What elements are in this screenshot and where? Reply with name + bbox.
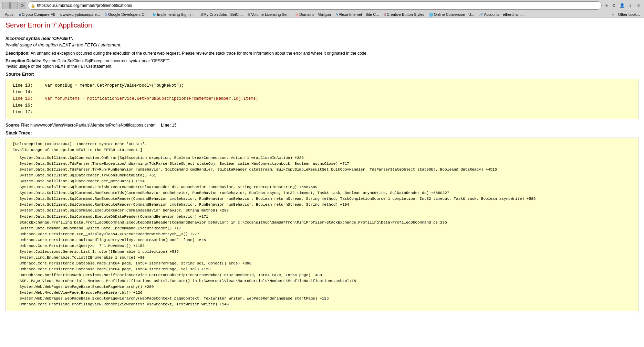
bookmark-cryptocompare[interactable]: c www.cryptocompare... [58, 12, 102, 17]
code-line-17: Line 17: [13, 109, 631, 116]
code-line-number: Line 14: [13, 90, 33, 95]
url-text: https://our.umbraco.org/member/profile/n… [37, 3, 132, 8]
bookmark-accounts-etherchain[interactable]: 🔗 Accounts - etherchain... [477, 12, 526, 17]
bookmark-icon-ether: 🔗 [479, 13, 483, 17]
stack-line: [SqlException (0x80131904): Incorrect sy… [13, 141, 631, 147]
nav-buttons: ← → ⟳ [2, 2, 26, 9]
stack-line: System.Data.SqlClient.SqlDataReader.get_… [13, 178, 631, 184]
stack-line: System.Linq.Enumerable.ToList(IEnumerabl… [13, 255, 631, 261]
bookmark-icon-cc: c [60, 13, 62, 17]
page-error-title: Server Error in '/' Application. [6, 21, 638, 29]
stack-line: Umbraco.Core.Profiling.ProfilingView.Ren… [13, 302, 631, 307]
stack-line: System.Data.SqlClient.SqlCommand.RunExec… [13, 190, 631, 196]
extensions-button[interactable]: ⚙ [610, 2, 617, 9]
stack-line: System.Data.SqlClient.SqlCommand.RunExec… [13, 202, 631, 208]
bookmark-apps[interactable]: Apps [2, 12, 16, 17]
bookmark-label: Volume Licensing Ser... [251, 12, 291, 17]
bookmark-creative-button[interactable]: S Creative Button Styles [382, 12, 426, 17]
source-file-label: Source File: [6, 123, 29, 128]
bookmark-icon-ms: ⊞ [248, 13, 250, 17]
code-line-number: Line 16: [13, 103, 33, 108]
bookmark-icon-creative: S [384, 13, 386, 17]
code-line-number: Line 15: [13, 96, 33, 101]
description-line: Description: An unhandled exception occu… [6, 51, 638, 56]
bookmarks-overflow-button[interactable]: » [612, 13, 614, 17]
source-file-path: h:\wwwroot\Views\MacroPartials\Members\P… [30, 123, 156, 128]
code-line-13: Line 13: var dontBug = member.GetPropert… [13, 83, 631, 89]
source-error-header: Source Error: [6, 72, 638, 77]
stack-line: System.Data.Common.DbCommand.System.Data… [13, 226, 631, 231]
bookmark-label: Google Developers C... [108, 12, 147, 17]
nav-bar: ← → ⟳ 🔒 https://our.umbraco.org/member/p… [0, 0, 644, 11]
stack-line: System.Web.WebPages.WebPageBase.ExecuteP… [13, 296, 631, 302]
description-text: An unhandled exception occurred during t… [31, 51, 368, 56]
stack-line: System.Data.SqlClient.SqlCommand.RunExec… [13, 196, 631, 202]
bookmark-other[interactable]: Other book... [616, 12, 642, 17]
bookmark-crypto-compare-fb[interactable]: ■ Crypto Compare FB [17, 12, 58, 17]
bookmark-icon-alexa: A [336, 13, 338, 17]
exception-details-label: Exception Details: [6, 58, 41, 63]
download-button[interactable]: ↧ [627, 2, 634, 9]
exception-details-text: System.Data.SqlClient.SqlException: Inco… [42, 58, 170, 63]
source-line-label: Line: [161, 123, 171, 128]
bookmarks-bar: Apps ■ Crypto Compare FB c www.cryptocom… [0, 11, 644, 18]
bookmark-label: Accounts - etherchain... [484, 12, 524, 17]
bookmark-online-conversion[interactable]: 🌐 Online Conversion - U... [427, 12, 476, 17]
code-line-number: Line 13: [13, 83, 33, 88]
stack-trace-box: [SqlException (0x80131904): Incorrect sy… [6, 138, 638, 311]
bookmark-icon-conversion: 🌐 [429, 13, 433, 17]
bookmark-label: Domains - Mailgun [299, 12, 331, 17]
stack-line: System.Web.WebPages.WebPageBase.ExecuteP… [13, 284, 631, 290]
lock-icon: 🔒 [31, 3, 35, 8]
bookmark-domains-mailgun[interactable]: ◎ Domains - Mailgun [293, 12, 333, 17]
bookmark-icon-twitter: 🐦 [152, 13, 156, 17]
stack-line: System.Data.SqlClient.SqlDataReader.TryC… [13, 173, 631, 178]
stack-line: Umbraco.Core.Persistence.Database.Page(I… [13, 267, 631, 272]
nav-right-icons: ⚙ 👤 ↧ ≡ [610, 2, 642, 9]
divider [6, 33, 638, 33]
description-label: Description: [6, 51, 30, 56]
code-line-16: Line 16: [13, 102, 631, 109]
code-line-content: var forumItems = notificationService.Get… [35, 96, 258, 101]
code-line-14: Line 14: [13, 89, 631, 96]
code-line-15: Line 15: var forumItems = notificationSe… [13, 96, 631, 102]
bookmark-implementing-sign[interactable]: 🐦 Implementing Sign in... [150, 12, 198, 17]
stack-line: System.Data.SqlClient.TdsParser.TryRun(R… [13, 167, 631, 173]
bookmark-label: Implementing Sign in... [157, 12, 196, 17]
bookmark-label: Online Conversion - U... [434, 12, 474, 17]
user-button[interactable]: 👤 [619, 2, 625, 9]
stack-line: System.Data.SqlClient.SqlCommand.Execute… [13, 208, 631, 214]
stack-line: OurUmbraco.NotificationsWeb.Services.Not… [13, 272, 631, 278]
bookmark-label: Alexa Internet - Site C... [339, 12, 379, 17]
exception-text-2: Invalid usage of the option NEXT in the … [6, 64, 638, 69]
bookmark-cron-jobs[interactable]: S My Cron Jobs - SetCr... [198, 12, 245, 17]
stack-line: System.Data.SqlClient.SqlCommand.Execute… [13, 214, 631, 220]
bookmark-volume-licensing[interactable]: ⊞ Volume Licensing Ser... [246, 12, 293, 17]
forward-button[interactable]: → [10, 2, 18, 9]
code-line-content: var dontBug = member.GetPropertyValue<bo… [35, 83, 184, 88]
stack-line: System.Web.Mvc.WebViewPage.ExecutePageHi… [13, 290, 631, 296]
bookmark-google-dev[interactable]: G Google Developers C... [103, 12, 149, 17]
stack-line: Umbraco.Core.Persistence.FaultHandling.R… [13, 237, 631, 243]
code-line-number: Line 17: [13, 110, 33, 115]
back-button[interactable]: ← [2, 2, 10, 9]
source-file-line: Source File: h:\wwwroot\Views\MacroParti… [6, 123, 638, 128]
menu-button[interactable]: ≡ [635, 2, 642, 9]
stack-line: ASP._Page_Views_MacroPartials_Members_Pr… [13, 278, 631, 284]
bookmark-label: Creative Button Styles [387, 12, 424, 17]
stack-line: Invalid usage of the option NEXT in the … [13, 147, 631, 153]
apps-label: Apps [5, 12, 13, 17]
bookmark-icon-google: G [105, 13, 107, 17]
bookmark-icon-fb: ■ [19, 13, 21, 17]
bookmark-alexa[interactable]: A Alexa Internet - Site C... [334, 12, 381, 17]
stack-line: Umbraco.Core.Persistence.<Query>d__7`1.M… [13, 243, 631, 249]
page-content: Server Error in '/' Application. Incorre… [0, 18, 644, 315]
bookmark-label: Crypto Compare FB [22, 12, 55, 17]
exception-details-line: Exception Details: System.Data.SqlClient… [6, 58, 638, 63]
address-bar[interactable]: 🔒 https://our.umbraco.org/member/profile… [28, 1, 602, 10]
bookmark-icon-mailgun: ◎ [295, 13, 299, 17]
bookmark-star-button[interactable]: ★ [604, 3, 609, 8]
source-error-box: Line 13: var dontBug = member.GetPropert… [6, 79, 638, 119]
reload-button[interactable]: ⟳ [19, 2, 26, 9]
bookmark-label: My Cron Jobs - SetCr... [204, 12, 243, 17]
